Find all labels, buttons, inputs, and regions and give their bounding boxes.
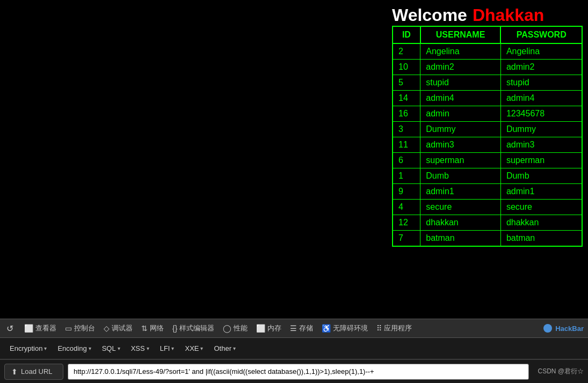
table-row: 3DummyDummy (393, 122, 582, 137)
devtools-application[interactable]: ⠿ 应用程序 (376, 323, 412, 333)
devtools-network[interactable]: ⇅ 网络 (141, 323, 164, 333)
cell-id: 12 (393, 215, 420, 231)
cell-id: 16 (393, 106, 420, 122)
application-label: 应用程序 (384, 323, 412, 333)
cell-password: Dummy (500, 122, 582, 137)
cell-password: admin1 (500, 184, 582, 200)
hackbar-menu-xxe[interactable]: XXE ▾ (180, 342, 207, 355)
hackbar-label: HackBar (555, 325, 584, 333)
memory-label: 内存 (267, 323, 281, 333)
col-header-username: USERNAME (420, 26, 501, 43)
cell-username: admin3 (420, 137, 501, 153)
cell-id: 5 (393, 75, 420, 91)
encryption-label: Encryption (10, 344, 42, 352)
load-icon: ⬆ (11, 367, 18, 376)
cell-password: admin4 (500, 91, 582, 106)
console-icon: ▭ (65, 324, 72, 333)
table-row: 6supermansuperman (393, 153, 582, 168)
load-url-label: Load URL (21, 367, 53, 375)
welcome-text: Welcome (392, 5, 467, 25)
col-header-password: PASSWORD (500, 26, 582, 43)
xxe-label: XXE (185, 344, 199, 352)
application-icon: ⠿ (376, 324, 382, 333)
cell-password: admin2 (500, 60, 582, 75)
table-row: 16admin12345678 (393, 106, 582, 122)
hackbar-menu-xss[interactable]: XSS ▾ (127, 342, 154, 355)
devtools-bar: ↺ ⬜ 查看器 ▭ 控制台 ◇ 调试器 ⇅ 网络 {} 样式编辑器 ◯ 性能 ⬜… (0, 319, 588, 338)
load-url-button[interactable]: ⬆ Load URL (4, 364, 63, 380)
inspector-icon: ⬜ (24, 324, 33, 333)
devtools-console[interactable]: ▭ 控制台 (65, 323, 95, 333)
hackbar-menu-sql[interactable]: SQL ▾ (98, 342, 125, 355)
encoding-dropdown-arrow: ▾ (89, 345, 91, 351)
cell-id: 6 (393, 153, 420, 168)
devtools-accessibility[interactable]: ♿ 无障碍环境 (322, 323, 368, 333)
cell-username: admin4 (420, 91, 501, 106)
hackbar-icon (543, 324, 552, 333)
data-table-wrapper: ID USERNAME PASSWORD 2AngelinaAngelina10… (392, 26, 583, 247)
network-label: 网络 (150, 323, 164, 333)
devtools-style-editor[interactable]: {} 样式编辑器 (172, 323, 214, 333)
lfi-dropdown-arrow: ▾ (171, 345, 174, 351)
cell-username: admin2 (420, 60, 501, 75)
sql-dropdown-arrow: ▾ (118, 345, 120, 351)
cell-id: 3 (393, 122, 420, 137)
table-row: 10admin2admin2 (393, 60, 582, 75)
cell-id: 4 (393, 200, 420, 215)
devtools-debugger[interactable]: ◇ 调试器 (104, 323, 133, 333)
data-table: ID USERNAME PASSWORD 2AngelinaAngelina10… (392, 26, 583, 247)
hackbar-toolbar: Encryption ▾ Encoding ▾ SQL ▾ XSS ▾ LFI … (0, 338, 588, 359)
table-header-row: ID USERNAME PASSWORD (393, 26, 582, 43)
debugger-label: 调试器 (112, 323, 133, 333)
hackbar-menu-lfi[interactable]: LFI ▾ (156, 342, 179, 355)
cell-password: Dumb (500, 168, 582, 184)
xxe-dropdown-arrow: ▾ (200, 345, 203, 351)
devtools-memory[interactable]: ⬜ 内存 (256, 323, 281, 333)
url-input[interactable] (68, 364, 529, 380)
table-row: 12dhakkandhakkan (393, 215, 582, 231)
debugger-icon: ◇ (104, 324, 110, 333)
table-row: 5stupidstupid (393, 75, 582, 91)
hackbar-menu-other[interactable]: Other ▾ (209, 342, 240, 355)
accessibility-label: 无障碍环境 (333, 323, 368, 333)
memory-icon: ⬜ (256, 324, 265, 333)
cell-password: stupid (500, 75, 582, 91)
devtools-performance[interactable]: ◯ 性能 (223, 323, 248, 333)
xss-dropdown-arrow: ▾ (147, 345, 149, 351)
storage-label: 存储 (299, 323, 313, 333)
cell-id: 1 (393, 168, 420, 184)
sql-label: SQL (102, 344, 116, 352)
cell-username: Angelina (420, 43, 501, 60)
encryption-dropdown-arrow: ▾ (44, 345, 47, 351)
devtools-inspector[interactable]: ⬜ 查看器 (24, 323, 56, 333)
refresh-button[interactable]: ↺ (4, 321, 16, 336)
performance-label: 性能 (234, 323, 248, 333)
cell-username: superman (420, 153, 501, 168)
hackbar-menu-encryption[interactable]: Encryption ▾ (5, 342, 51, 355)
devtools-storage[interactable]: ☰ 存储 (290, 323, 313, 333)
cell-username: admin (420, 106, 501, 122)
cell-id: 11 (393, 137, 420, 153)
csdn-badge: CSDN @君衍☆ (538, 367, 584, 376)
cell-password: superman (500, 153, 582, 168)
style-editor-label: 样式编辑器 (179, 323, 214, 333)
cell-password: 12345678 (500, 106, 582, 122)
hackbar-brand[interactable]: HackBar (543, 324, 584, 333)
storage-icon: ☰ (290, 324, 297, 333)
cell-username: admin1 (420, 184, 501, 200)
welcome-section: Welcome Dhakkan (392, 5, 544, 25)
cell-id: 7 (393, 231, 420, 247)
hackbar-menu-encoding[interactable]: Encoding ▾ (53, 342, 95, 355)
cell-id: 9 (393, 184, 420, 200)
table-row: 11admin3admin3 (393, 137, 582, 153)
cell-password: admin3 (500, 137, 582, 153)
other-label: Other (214, 344, 231, 352)
cell-username: secure (420, 200, 501, 215)
cell-password: batman (500, 231, 582, 247)
cell-username: Dumb (420, 168, 501, 184)
cell-password: Angelina (500, 43, 582, 60)
cell-id: 10 (393, 60, 420, 75)
cell-username: dhakkan (420, 215, 501, 231)
table-row: 14admin4admin4 (393, 91, 582, 106)
lfi-label: LFI (160, 344, 170, 352)
